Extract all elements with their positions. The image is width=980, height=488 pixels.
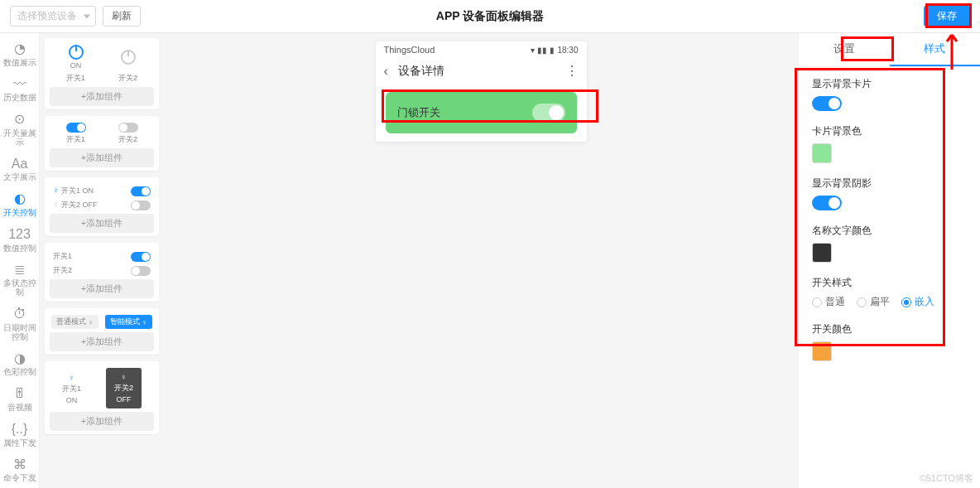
signal-icon: ▮▮ bbox=[537, 46, 547, 55]
swatch-name-color[interactable] bbox=[812, 243, 832, 263]
sidebar-item-4[interactable]: ◐开关控制 bbox=[1, 188, 39, 222]
sidebar-item-10[interactable]: {..}属性下发 bbox=[1, 418, 39, 452]
bulb-off-icon: ♀ bbox=[53, 200, 60, 209]
sidebar-icon: 🎚 bbox=[13, 386, 26, 401]
comp-card-block[interactable]: ♀开关1ON ♀开关2OFF +添加组件 bbox=[45, 361, 159, 434]
page-title: APP 设备面板编辑器 bbox=[436, 9, 544, 24]
sidebar-item-2[interactable]: ⊙开关量展示 bbox=[1, 109, 39, 152]
main: ◔数值展示〰历史数据⊙开关量展示Aa文字展示◐开关控制123数值控制≣多状态控制… bbox=[0, 33, 980, 488]
tab-style[interactable]: 样式 bbox=[890, 33, 981, 66]
sidebar-icon: ≣ bbox=[14, 263, 25, 278]
topbar-left: 选择预览设备 刷新 bbox=[10, 6, 141, 27]
sidebar-label: 开关量展示 bbox=[1, 128, 39, 147]
bulb-on-icon bbox=[69, 45, 84, 60]
sidebar-label: 数值控制 bbox=[3, 244, 36, 253]
swatch-switch-color[interactable] bbox=[812, 341, 832, 361]
phone-page-title: 设备详情 bbox=[398, 64, 444, 79]
bulb-off-icon bbox=[121, 50, 136, 65]
label-on: ON bbox=[70, 61, 82, 70]
sidebar-item-7[interactable]: ⏱日期时间控制 bbox=[1, 303, 39, 346]
component-panel: ON 开关1 开关2 +添加组件 开关1 开关2 +添加组件 ♀ 开关1 ON … bbox=[40, 33, 164, 488]
radio-style-flat[interactable]: 扁平 bbox=[857, 295, 890, 309]
toggle-show-card[interactable] bbox=[812, 96, 842, 111]
swatch-card-bg[interactable] bbox=[812, 143, 832, 163]
sidebar-label: 开关控制 bbox=[3, 208, 36, 217]
mini-toggle-icon bbox=[131, 186, 151, 196]
sidebar-icon: 123 bbox=[8, 227, 31, 242]
wifi-icon: ▾ bbox=[531, 46, 535, 55]
property-body: 显示背景卡片 卡片背景色 显示背景阴影 名称文字颜色 开关样式 普通 扁平 bbox=[799, 67, 980, 384]
door-lock-switch-card[interactable]: 门锁开关 bbox=[386, 92, 577, 133]
add-component-button[interactable]: +添加组件 bbox=[50, 279, 154, 298]
canvas: ThingsCloud ▾▮▮▮18:30 ‹ 设备详情 ⋮ 门锁开关 bbox=[164, 33, 798, 488]
label-name-color: 名称文字颜色 bbox=[812, 224, 967, 238]
sidebar-item-0[interactable]: ◔数值展示 bbox=[1, 38, 39, 72]
embed-toggle-icon bbox=[532, 104, 565, 122]
sidebar-item-5[interactable]: 123数值控制 bbox=[1, 224, 39, 258]
label-show-card: 显示背景卡片 bbox=[812, 77, 967, 91]
add-component-button[interactable]: +添加组件 bbox=[50, 332, 154, 351]
sidebar-item-11[interactable]: ⌘命令下发 bbox=[1, 454, 39, 488]
mini-toggle-off-icon bbox=[118, 123, 138, 133]
switch-card-label: 门锁开关 bbox=[397, 105, 440, 120]
add-component-button[interactable]: +添加组件 bbox=[50, 87, 154, 106]
label-sw1: 开关1 bbox=[66, 73, 85, 84]
sidebar-label: 多状态控制 bbox=[1, 278, 39, 297]
more-icon[interactable]: ⋮ bbox=[565, 63, 579, 79]
tab-settings[interactable]: 设置 bbox=[799, 33, 890, 66]
sidebar-icon: ⏱ bbox=[13, 307, 26, 321]
bulb-icon: ♀ bbox=[53, 186, 60, 195]
device-select[interactable]: 选择预览设备 bbox=[10, 6, 96, 27]
sidebar-label: 日期时间控制 bbox=[1, 323, 39, 341]
comp-card-power[interactable]: ON 开关1 开关2 +添加组件 bbox=[45, 38, 159, 109]
sidebar-label: 数值展示 bbox=[3, 58, 36, 67]
add-component-button[interactable]: +添加组件 bbox=[50, 214, 154, 233]
time-label: 18:30 bbox=[557, 46, 578, 55]
sidebar-item-9[interactable]: 🎚音视频 bbox=[1, 383, 39, 417]
sidebar-icon: ◐ bbox=[14, 191, 26, 206]
add-component-button[interactable]: +添加组件 bbox=[50, 412, 154, 431]
mode-normal-pill: 普通模式 ♀ bbox=[51, 315, 98, 329]
battery-icon: ▮ bbox=[550, 46, 555, 55]
comp-card-toggle-simple[interactable]: 开关1 开关2 +添加组件 bbox=[45, 116, 159, 171]
save-button[interactable]: 保存 bbox=[924, 6, 970, 27]
mini-toggle-icon bbox=[131, 201, 151, 210]
sidebar-item-6[interactable]: ≣多状态控制 bbox=[1, 259, 39, 302]
sidebar-label: 音视频 bbox=[7, 403, 32, 412]
bulb-icon: ♀ bbox=[69, 373, 75, 382]
comp-card-mode[interactable]: 普通模式 ♀ 智能模式 ♀ +添加组件 bbox=[45, 308, 159, 355]
back-icon[interactable]: ‹ bbox=[384, 64, 388, 79]
comp-card-toggle-plain[interactable]: 开关1 开关2 +添加组件 bbox=[45, 243, 159, 302]
mini-toggle-icon bbox=[131, 266, 151, 276]
phone-header: ‹ 设备详情 ⋮ bbox=[376, 58, 587, 84]
sidebar-icon: Aa bbox=[12, 157, 28, 172]
tab-bar: 设置 样式 bbox=[799, 33, 980, 67]
toggle-show-shadow[interactable] bbox=[812, 196, 842, 210]
sidebar-label: 色彩控制 bbox=[3, 367, 36, 376]
topbar: 选择预览设备 刷新 APP 设备面板编辑器 保存 bbox=[0, 0, 980, 33]
mini-toggle-on-icon bbox=[66, 123, 86, 133]
refresh-button[interactable]: 刷新 bbox=[103, 6, 141, 27]
property-panel: 设置 样式 显示背景卡片 卡片背景色 显示背景阴影 名称文字颜色 开关样式 bbox=[798, 33, 980, 488]
watermark: ©51CTO博客 bbox=[920, 472, 973, 485]
mode-smart-pill: 智能模式 ♀ bbox=[105, 315, 152, 329]
radio-style-normal[interactable]: 普通 bbox=[812, 295, 845, 309]
label-switch-color: 开关颜色 bbox=[812, 322, 967, 336]
sidebar-label: 命令下发 bbox=[3, 473, 36, 482]
label-sw2: 开关2 bbox=[118, 73, 137, 84]
mini-toggle-icon bbox=[131, 252, 151, 262]
sidebar: ◔数值展示〰历史数据⊙开关量展示Aa文字展示◐开关控制123数值控制≣多状态控制… bbox=[0, 33, 40, 488]
sidebar-item-1[interactable]: 〰历史数据 bbox=[1, 74, 39, 108]
brand-label: ThingsCloud bbox=[384, 45, 435, 55]
phone-preview: ThingsCloud ▾▮▮▮18:30 ‹ 设备详情 ⋮ 门锁开关 bbox=[376, 41, 587, 142]
sidebar-label: 历史数据 bbox=[3, 93, 36, 102]
add-component-button[interactable]: +添加组件 bbox=[50, 148, 154, 167]
bulb-off-icon: ♀ bbox=[121, 373, 127, 381]
sidebar-item-3[interactable]: Aa文字展示 bbox=[1, 153, 39, 187]
sidebar-icon: {..} bbox=[12, 422, 28, 437]
sidebar-item-8[interactable]: ◑色彩控制 bbox=[1, 348, 39, 382]
comp-card-toggle-row[interactable]: ♀ 开关1 ON ♀ 开关2 OFF +添加组件 bbox=[45, 177, 159, 236]
radio-style-embed[interactable]: 嵌入 bbox=[901, 295, 934, 309]
sidebar-label: 文字展示 bbox=[3, 172, 36, 181]
sidebar-icon: ◔ bbox=[14, 41, 26, 56]
